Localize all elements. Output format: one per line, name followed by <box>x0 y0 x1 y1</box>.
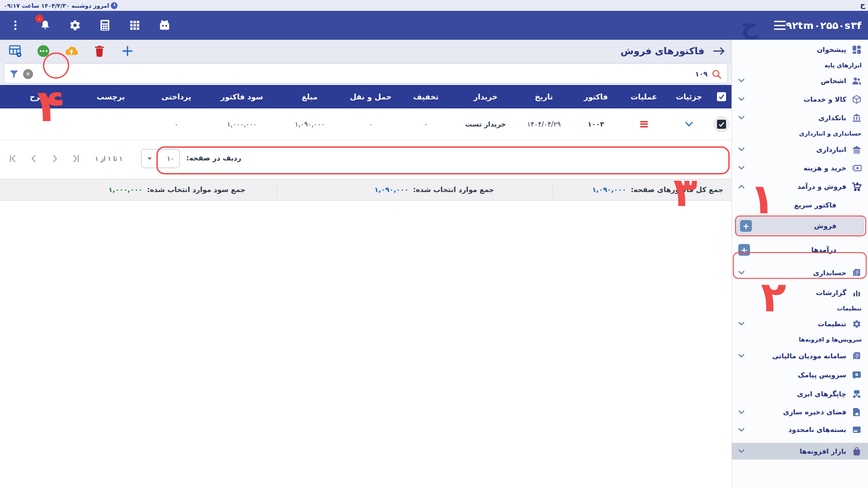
col-operations[interactable]: عملیات <box>621 85 666 108</box>
assistant-robot-icon[interactable] <box>156 16 174 34</box>
calculator-icon[interactable] <box>96 16 114 34</box>
sms-icon <box>852 370 862 380</box>
gear-icon[interactable] <box>66 16 84 34</box>
chevron-down-icon <box>738 271 745 275</box>
sidebar-item-accounting[interactable]: حسابداری <box>732 262 868 284</box>
col-amount[interactable]: مبلغ <box>276 85 344 108</box>
workspace-id: ۹۲tm۰۲۵۵۰s۳f <box>786 20 862 31</box>
row-description <box>0 108 77 140</box>
sidebar-item-goods-services[interactable]: کالا و خدمات <box>732 90 868 108</box>
sidebar-item-tax-system[interactable]: سامانه مودیان مالیاتی <box>732 346 868 366</box>
warehouse-icon <box>852 145 862 155</box>
pager <box>7 153 81 164</box>
sidebar-item-storage[interactable]: فضای ذخیره سازی <box>732 404 868 421</box>
cloud-printer-icon <box>852 389 862 399</box>
sidebar-item-settings[interactable]: تنظیمات <box>732 315 868 333</box>
chevron-down-icon <box>738 116 745 120</box>
sidebar-item-warehousing[interactable]: انبارداری <box>732 140 868 159</box>
sidebar-item-purchase-expense[interactable]: خرید و هزینه <box>732 159 868 177</box>
search-icon[interactable] <box>711 69 722 80</box>
row-shipping: ۰ <box>344 108 398 140</box>
col-date[interactable]: تاریخ <box>517 85 571 108</box>
col-tag[interactable]: برچسب <box>77 85 145 108</box>
navbar-icon-group: ۰ <box>6 11 174 40</box>
add-income-button[interactable]: + <box>738 244 750 256</box>
col-profit[interactable]: سود فاکتور <box>208 85 276 108</box>
row-select-cell <box>712 108 731 140</box>
row-details-chevron-icon[interactable] <box>685 122 693 127</box>
box-icon <box>852 94 862 104</box>
filter-funnel-icon[interactable] <box>9 69 19 80</box>
shopping-bag-icon <box>852 446 862 456</box>
table-header: جزئیات عملیات فاکتور تاریخ خریدار تخفیف … <box>0 85 731 108</box>
col-shipping[interactable]: حمل و نقل <box>344 85 398 108</box>
sidebar-section-basic-tools: ابزارهای پایه <box>732 59 868 71</box>
gears-icon <box>852 319 862 329</box>
sidebar-item-incomes[interactable]: درآمدها + <box>732 238 868 262</box>
brand-logo-small: ح <box>860 0 865 9</box>
summary-selected-total: جمع موارد انتخاب شده: ۱,۰۹۰,۰۰۰ <box>374 179 494 200</box>
menu-dots-icon[interactable] <box>6 16 24 34</box>
current-date: امروز دوشنبه ۱۴۰۴/۴/۳۰ ساعت ۰۹:۱۷ <box>4 0 118 11</box>
toolbar <box>7 40 136 62</box>
col-paid[interactable]: پرداختی <box>145 85 208 108</box>
bank-icon <box>852 113 862 123</box>
first-page-icon[interactable] <box>7 153 19 164</box>
row-invoice-no[interactable]: ۱۰۰۳ <box>571 108 621 140</box>
table-row[interactable]: ۱۰۰۳ ۱۴۰۴/۰۴/۲۹ خریدار تست ۰ ۰ ۱,۰۹۰,۰۰۰… <box>0 108 731 140</box>
sidebar-section-settings: تنظیمات <box>732 301 868 315</box>
col-description[interactable]: شرح <box>0 85 77 108</box>
chevron-down-icon <box>738 354 745 358</box>
select-all-checkbox[interactable] <box>717 92 726 101</box>
table-columns-settings-icon[interactable] <box>7 43 24 59</box>
sidebar-item-sales-income[interactable]: فروش و درآمد <box>732 177 868 196</box>
search-input[interactable]: ✕ ۱۰۹ <box>4 63 728 84</box>
add-icon[interactable] <box>119 43 136 59</box>
col-details[interactable]: جزئیات <box>666 85 712 108</box>
filter-row: ✕ ۱۰۹ <box>0 62 731 85</box>
row-checkbox[interactable] <box>717 120 726 129</box>
summary-bar: جمع کل فاکتورهای صفحه: ۱,۰۹۰,۰۰۰ جمع موا… <box>0 179 731 201</box>
sidebar-item-dashboard[interactable]: پیشخوان <box>732 40 868 59</box>
last-page-icon[interactable] <box>70 153 81 164</box>
chevron-up-icon <box>738 185 745 189</box>
sidebar-item-quick-invoice[interactable]: فاکتور سریع <box>732 196 868 214</box>
row-profit: ۱,۰۰۰,۰۰۰ <box>208 108 276 140</box>
bell-icon[interactable]: ۰ <box>36 16 54 34</box>
delete-icon[interactable] <box>91 43 108 59</box>
rows-per-page-select[interactable]: ۱۰ <box>141 149 180 168</box>
sidebar-item-unlimited-packages[interactable]: بسته‌های نامحدود <box>732 421 868 439</box>
sidebar-item-sms-service[interactable]: سرویس پیامک <box>732 366 868 385</box>
notification-badge: ۰ <box>35 14 43 23</box>
cloud-upload-icon[interactable] <box>63 43 80 59</box>
clock-icon <box>111 2 118 9</box>
sidebar-item-banking[interactable]: بانکداری <box>732 108 868 127</box>
date-text: امروز دوشنبه ۱۴۰۴/۴/۳۰ ساعت ۰۹:۱۷ <box>4 2 109 9</box>
add-sales-invoice-button[interactable]: + <box>740 220 752 232</box>
sidebar-item-plugin-market[interactable]: بازار افزونه‌ها <box>732 443 868 460</box>
sidebar-item-sales[interactable]: فروش + <box>736 216 864 236</box>
back-arrow-icon[interactable] <box>712 46 726 56</box>
row-buyer[interactable]: خریدار تست <box>454 108 517 140</box>
clear-filter-icon[interactable]: ✕ <box>23 69 33 79</box>
next-page-icon[interactable] <box>49 153 61 164</box>
apps-grid-icon[interactable] <box>126 16 144 34</box>
row-operations-icon[interactable] <box>640 121 648 127</box>
chevron-down-icon <box>738 410 745 414</box>
sidebar-item-cloud-printers[interactable]: چاپگرهای ابری <box>732 385 868 404</box>
hamburger-menu-icon[interactable] <box>774 21 786 30</box>
col-buyer[interactable]: خریدار <box>454 85 517 108</box>
more-options-icon[interactable] <box>35 43 52 59</box>
prev-page-icon[interactable] <box>28 153 40 164</box>
sidebar-item-reports[interactable]: گزارشات <box>732 284 868 301</box>
page-range-text: ۱ تا ۱ از ۱ <box>95 155 123 162</box>
pagination-bar: ۱ تا ۱ از ۱ ۱۰ ردیف در صفحه: <box>0 140 731 179</box>
page-header: فاکتورهای فروش <box>0 40 731 62</box>
chevron-down-icon <box>738 97 745 101</box>
col-invoice[interactable]: فاکتور <box>571 85 621 108</box>
tax-document-icon <box>852 351 862 361</box>
chevron-down-icon <box>738 79 745 83</box>
col-discount[interactable]: تخفیف <box>398 85 454 108</box>
sidebar-item-persons[interactable]: اشخاص <box>732 71 868 90</box>
chevron-down-icon <box>738 147 745 151</box>
